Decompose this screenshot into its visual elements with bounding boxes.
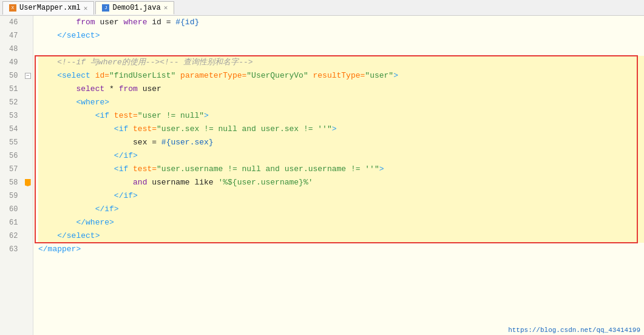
token: where xyxy=(123,16,152,29)
token: test= xyxy=(114,109,138,123)
status-bar: https://blog.csdn.net/qq_43414199 xyxy=(504,325,644,335)
code-line-61: </where> xyxy=(38,216,644,229)
token: id= xyxy=(95,69,109,83)
token: "findUserList" xyxy=(109,69,180,83)
gutter-row-56: 56 xyxy=(0,149,33,163)
code-line-63: </mapper> xyxy=(38,243,644,256)
token: > xyxy=(332,123,337,136)
code-line-53: <if test="user != null"> xyxy=(38,109,644,123)
tab-usermapper-close[interactable]: ✕ xyxy=(84,4,88,12)
line-number-47: 47 xyxy=(0,32,22,40)
gutter-row-48: 48 xyxy=(0,42,33,56)
code-line-58: and username like '%${user.username}%' xyxy=(38,176,644,189)
gutter-row-59: 59 xyxy=(0,189,33,203)
gutter-row-49: 49 xyxy=(0,56,33,69)
gutter-row-54: 54 xyxy=(0,123,33,136)
token: <!--if 与where的使用--><!-- 查询性别和名字--> xyxy=(57,56,253,69)
token xyxy=(38,216,76,229)
token: and xyxy=(133,176,152,189)
token: </select> xyxy=(57,229,100,243)
line-number-46: 46 xyxy=(0,18,22,27)
line-number-62: 62 xyxy=(0,232,22,240)
line-number-51: 51 xyxy=(0,85,22,93)
code-line-60: </if> xyxy=(38,203,644,216)
token: user xyxy=(100,16,123,29)
token xyxy=(38,109,95,123)
line-number-58: 58 xyxy=(0,178,22,187)
code-content[interactable]: from user where id = #{id} </select> <!-… xyxy=(33,16,644,335)
code-line-47: </select> xyxy=(38,29,644,42)
token: > xyxy=(379,163,384,176)
code-line-49: <!--if 与where的使用--><!-- 查询性别和名字--> xyxy=(38,56,644,69)
token: #{id} xyxy=(175,16,199,29)
token: </if> xyxy=(95,203,119,216)
gutter-row-47: 47 xyxy=(0,29,33,42)
token: "UserQueryVo" xyxy=(246,69,313,83)
token: "user != null" xyxy=(138,109,204,123)
token: parameterType= xyxy=(180,69,246,83)
code-line-54: <if test="user.sex != null and user.sex … xyxy=(38,123,644,136)
token xyxy=(38,56,57,69)
tab-demo01-close[interactable]: ✕ xyxy=(164,4,168,12)
code-line-56: </if> xyxy=(38,149,644,163)
code-line-48 xyxy=(38,42,644,56)
token: </mapper> xyxy=(38,243,81,256)
gutter-row-46: 46 xyxy=(0,16,33,29)
gutter-row-57: 57 xyxy=(0,163,33,176)
code-line-57: <if test="user.username != null and user… xyxy=(38,163,644,176)
line-number-61: 61 xyxy=(0,218,22,227)
line-number-60: 60 xyxy=(0,205,22,214)
token: test= xyxy=(133,163,157,176)
token: <if xyxy=(95,109,114,123)
token xyxy=(38,189,114,203)
gutter-row-55: 55 xyxy=(0,136,33,149)
token: select xyxy=(76,83,104,96)
line-number-49: 49 xyxy=(0,58,22,67)
line-number-57: 57 xyxy=(0,165,22,174)
token xyxy=(38,149,114,163)
line-number-63: 63 xyxy=(0,245,22,254)
code-line-59: </if> xyxy=(38,189,644,203)
code-line-55: sex = #{user.sex} xyxy=(38,136,644,149)
line-number-55: 55 xyxy=(0,138,22,147)
line-number-52: 52 xyxy=(0,98,22,107)
tab-demo01[interactable]: J Demo01.java ✕ xyxy=(95,1,174,15)
gutter-row-50: 50− xyxy=(0,69,33,83)
token: </if> xyxy=(114,189,138,203)
token: > xyxy=(204,109,209,123)
line-number-59: 59 xyxy=(0,192,22,200)
token: id = xyxy=(152,16,175,29)
editor-area: 4647484950−51525354555657585960616263 fr… xyxy=(0,16,644,335)
tab-demo01-label: Demo01.java xyxy=(112,4,160,12)
gutter-icons-50: − xyxy=(22,73,33,79)
token: test= xyxy=(133,123,157,136)
gutter-row-61: 61 xyxy=(0,216,33,229)
token: <if xyxy=(114,163,133,176)
token: #{user.sex} xyxy=(161,136,214,149)
token: "user" xyxy=(365,69,393,83)
token: > xyxy=(393,69,398,83)
code-line-52: <where> xyxy=(38,96,644,109)
token: * xyxy=(104,83,118,96)
token: <where> xyxy=(76,96,109,109)
gutter-row-51: 51 xyxy=(0,83,33,96)
gutter-row-53: 53 xyxy=(0,109,33,123)
line-number-54: 54 xyxy=(0,125,22,134)
token: user xyxy=(138,83,161,96)
gutter-row-62: 62 xyxy=(0,229,33,243)
gutter-row-63: 63 xyxy=(0,243,33,256)
token xyxy=(38,229,57,243)
xml-icon: X xyxy=(9,4,16,12)
tab-usermapper[interactable]: X UserMapper.xml ✕ xyxy=(2,1,94,15)
token xyxy=(38,203,95,216)
bookmark-icon xyxy=(25,179,31,186)
code-line-50: <select id="findUserList" parameterType=… xyxy=(38,69,644,83)
gutter-row-58: 58 xyxy=(0,176,33,189)
line-number-56: 56 xyxy=(0,152,22,160)
java-icon: J xyxy=(102,4,109,12)
token: from xyxy=(38,16,100,29)
line-number-50: 50 xyxy=(0,72,22,80)
code-line-46: from user where id = #{id} xyxy=(38,16,644,29)
token xyxy=(38,123,114,136)
fold-icon[interactable]: − xyxy=(25,73,31,79)
